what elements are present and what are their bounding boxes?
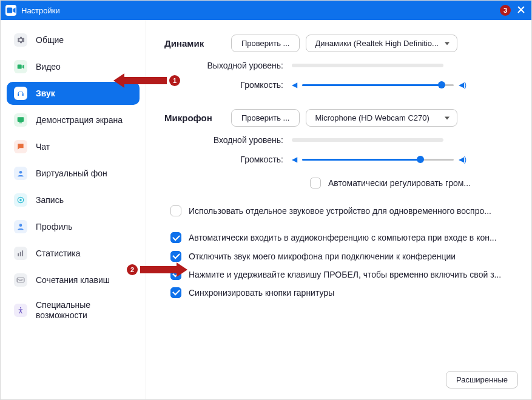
sidebar-item-profile[interactable]: Профиль bbox=[7, 215, 140, 238]
close-button[interactable] bbox=[517, 5, 525, 14]
speaker-output-level bbox=[292, 64, 443, 67]
annotation-badge-3: 3 bbox=[500, 5, 511, 16]
app-icon bbox=[5, 5, 16, 16]
volume-high-icon: ◀) bbox=[459, 81, 466, 89]
sidebar-item-label: Видео bbox=[36, 62, 61, 72]
share-screen-icon bbox=[14, 113, 27, 127]
sidebar-item-label: Статистика bbox=[36, 248, 81, 259]
sidebar-item-label: Запись bbox=[36, 195, 64, 205]
mic-volume-slider[interactable] bbox=[302, 153, 454, 165]
window-title: Настройки bbox=[21, 6, 60, 15]
video-icon bbox=[14, 60, 27, 73]
svg-rect-13 bbox=[19, 279, 20, 279]
gear-icon bbox=[14, 33, 27, 47]
sidebar-item-general[interactable]: Общие bbox=[7, 28, 140, 52]
svg-rect-14 bbox=[21, 279, 22, 279]
sidebar-item-label: Чат bbox=[36, 142, 50, 152]
svg-rect-9 bbox=[20, 252, 21, 256]
speaker-volume-slider[interactable] bbox=[302, 79, 454, 91]
sidebar-item-label: Демонстрация экрана bbox=[36, 115, 123, 125]
svg-point-17 bbox=[20, 307, 21, 308]
mute-on-join-checkbox[interactable] bbox=[170, 251, 181, 262]
test-speaker-button[interactable]: Проверить ... bbox=[231, 35, 300, 52]
svg-rect-16 bbox=[19, 281, 22, 281]
sidebar-item-label: Виртуальный фон bbox=[36, 168, 107, 179]
sidebar-item-statistics[interactable]: Статистика bbox=[7, 242, 140, 265]
mic-volume-label: Громкость: bbox=[164, 155, 292, 164]
push-to-talk-label: Нажмите и удерживайте клавишу ПРОБЕЛ, чт… bbox=[189, 269, 513, 280]
test-mic-button[interactable]: Проверить ... bbox=[231, 109, 300, 127]
record-icon bbox=[14, 193, 27, 207]
profile-icon bbox=[14, 220, 27, 233]
separate-device-checkbox[interactable] bbox=[170, 205, 181, 216]
speaker-volume-label: Громкость: bbox=[164, 80, 292, 90]
svg-rect-2 bbox=[18, 117, 24, 122]
auto-adjust-checkbox[interactable] bbox=[310, 178, 321, 188]
svg-rect-10 bbox=[22, 250, 23, 256]
sidebar-item-audio[interactable]: Звук bbox=[7, 82, 140, 105]
svg-point-6 bbox=[19, 199, 22, 201]
sync-headset-label: Синхронизировать кнопки гарнитуры bbox=[189, 287, 513, 298]
content-pane: Динамик Проверить ... Динамики (Realtek … bbox=[146, 20, 531, 399]
titlebar: Настройки 3 bbox=[1, 1, 531, 20]
svg-rect-15 bbox=[22, 279, 23, 279]
accessibility-icon bbox=[14, 304, 27, 317]
user-bg-icon bbox=[14, 167, 27, 180]
speaker-device-select[interactable]: Динамики (Realtek High Definitio... bbox=[306, 35, 457, 52]
sidebar-item-accessibility[interactable]: Специальные возможности bbox=[7, 295, 140, 325]
advanced-button[interactable]: Расширенные bbox=[446, 371, 518, 388]
svg-rect-11 bbox=[17, 278, 24, 282]
volume-high-icon: ◀) bbox=[459, 155, 466, 164]
sync-headset-checkbox[interactable] bbox=[170, 287, 181, 298]
auto-join-audio-checkbox[interactable] bbox=[170, 232, 181, 243]
svg-rect-8 bbox=[18, 253, 19, 256]
sidebar-item-label: Сочетания клавиш bbox=[36, 275, 110, 285]
sidebar-item-chat[interactable]: Чат bbox=[7, 135, 140, 158]
sidebar-item-video[interactable]: Видео bbox=[7, 55, 140, 78]
stats-icon bbox=[14, 247, 27, 260]
sidebar-item-label: Специальные возможности bbox=[36, 300, 90, 321]
svg-point-7 bbox=[19, 224, 22, 227]
svg-point-4 bbox=[19, 171, 22, 174]
headphones-icon bbox=[14, 87, 27, 100]
sidebar-item-label: Профиль bbox=[36, 222, 72, 232]
sidebar: Общие Видео Звук Демонстрация экрана bbox=[1, 20, 146, 399]
sidebar-item-label: Общие bbox=[36, 35, 64, 45]
push-to-talk-checkbox[interactable] bbox=[170, 269, 181, 280]
separate-device-label: Использовать отдельное звуковое устройст… bbox=[189, 205, 513, 216]
output-level-label: Выходной уровень: bbox=[164, 61, 292, 70]
input-level-label: Входной уровень: bbox=[164, 135, 292, 145]
volume-low-icon: ◀ bbox=[292, 81, 297, 89]
sidebar-item-recording[interactable]: Запись bbox=[7, 188, 140, 212]
keyboard-icon bbox=[14, 273, 27, 287]
svg-rect-3 bbox=[19, 122, 22, 123]
sidebar-item-share-screen[interactable]: Демонстрация экрана bbox=[7, 108, 140, 132]
mic-input-level bbox=[292, 138, 443, 142]
mic-device-select[interactable]: Microphone (HD Webcam C270) bbox=[306, 109, 457, 127]
mic-section-title: Микрофон bbox=[164, 113, 231, 123]
svg-rect-0 bbox=[7, 8, 12, 13]
svg-rect-1 bbox=[18, 65, 22, 69]
svg-rect-12 bbox=[18, 279, 19, 279]
volume-low-icon: ◀ bbox=[292, 155, 297, 164]
mute-on-join-label: Отключить звук моего микрофона при подкл… bbox=[189, 251, 513, 262]
sidebar-item-label: Звук bbox=[36, 88, 55, 99]
auto-join-audio-label: Автоматически входить в аудиоконференцию… bbox=[189, 232, 513, 243]
sidebar-item-shortcuts[interactable]: Сочетания клавиш bbox=[7, 268, 140, 292]
sidebar-item-virtual-background[interactable]: Виртуальный фон bbox=[7, 162, 140, 185]
speaker-section-title: Динамик bbox=[164, 38, 231, 48]
auto-adjust-label: Автоматически регулировать гром... bbox=[328, 178, 513, 188]
chat-icon bbox=[14, 140, 27, 153]
